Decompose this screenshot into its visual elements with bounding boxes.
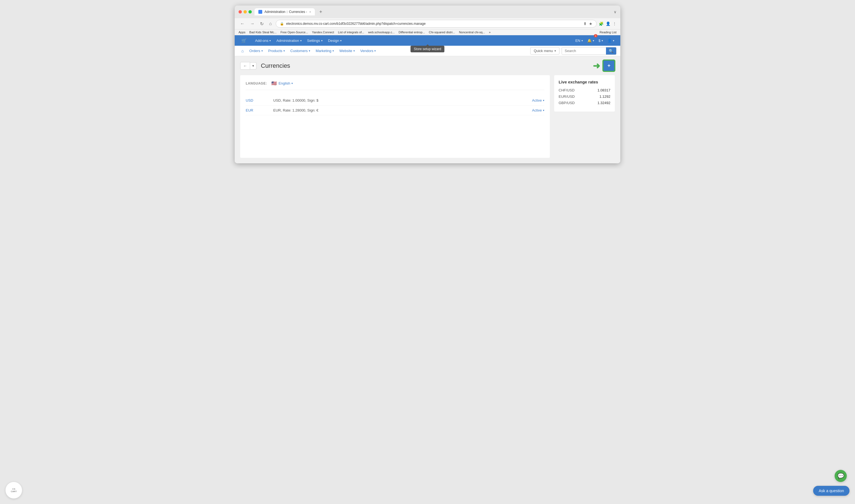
table-row: USD USD, Rate: 1.00000, Sign: $ Active ▾ [246, 95, 544, 106]
page-header: ← ▾ Currencies ➜ + [235, 56, 620, 75]
bookmark-bk7[interactable]: Chi-squared distri... [429, 31, 455, 34]
url-text: electronics.demos.mv.cs-cart.com/b1df3c0… [286, 22, 581, 25]
refresh-button[interactable]: ↻ [259, 21, 265, 27]
bookmark-bk4[interactable]: List of integrals of... [338, 31, 364, 34]
sidebar-panel: Live exchange rates CHF/USD 1.08317 EUR/… [554, 75, 615, 158]
search-icon: 🔍 [609, 49, 613, 53]
administration-menu[interactable]: Administration ▾ [273, 35, 304, 46]
address-bar[interactable]: 🔒 electronics.demos.mv.cs-cart.com/b1df3… [276, 20, 596, 28]
bookmark-more[interactable]: » [489, 31, 491, 34]
bookmark-apps[interactable]: Apps [238, 31, 246, 34]
maximize-dot[interactable] [248, 10, 252, 14]
notifications-button[interactable]: 🔔 1 ▾ [585, 35, 596, 46]
marketing-menu[interactable]: Marketing ▾ [313, 46, 337, 56]
exchange-pair: GBP/USD [558, 101, 575, 105]
home-button[interactable]: ⌂ [238, 49, 247, 53]
user-button[interactable]: 👤 ▾ [605, 35, 617, 46]
language-button[interactable]: EN ▾ [573, 35, 585, 46]
tab-favicon [259, 10, 262, 14]
addons-menu[interactable]: Add-ons ▾ [252, 35, 273, 46]
bookmark-bk3[interactable]: Yandex.Connect [312, 31, 334, 34]
tab-close-button[interactable]: × [309, 10, 311, 14]
exchange-row: GBP/USD 1.32492 [558, 101, 610, 105]
design-menu[interactable]: Design ▾ [325, 35, 344, 46]
app-container: 🛒 Store setup wizard Add-ons ▾ Administr… [235, 35, 620, 163]
search-button[interactable]: 🔍 [606, 47, 616, 55]
content-panel: LANGUAGE: 🇺🇸 English ▾ USD USD, Rate: 1.… [240, 75, 550, 158]
language-flag: 🇺🇸 [271, 81, 277, 86]
extensions-icon[interactable]: 🧩 [599, 21, 604, 26]
search-input[interactable] [562, 47, 606, 54]
bookmark-bk8[interactable]: Noncentral chi-sq... [459, 31, 485, 34]
language-dropdown-icon: ▾ [291, 82, 293, 85]
add-currency-button[interactable]: + [603, 60, 615, 71]
table-row: EUR EUR, Rate: 1.28000, Sign: € Active ▾ [246, 106, 544, 115]
page-title: Currencies [261, 62, 290, 69]
orders-menu[interactable]: Orders ▾ [247, 46, 266, 56]
store-setup-tooltip[interactable]: Store setup wizard [410, 46, 444, 52]
language-label: LANGUAGE: [246, 82, 267, 85]
currency-info: USD, Rate: 1.00000, Sign: $ [273, 98, 532, 103]
currency-status[interactable]: Active ▾ [532, 108, 544, 112]
language-row: LANGUAGE: 🇺🇸 English ▾ [246, 81, 544, 90]
exchange-row: EUR/USD 1.1292 [558, 94, 610, 98]
page-header-right: ➜ + [593, 60, 615, 71]
exchange-list: CHF/USD 1.08317 EUR/USD 1.1292 GBP/USD 1… [558, 88, 610, 105]
language-select[interactable]: English ▾ [279, 81, 293, 85]
exchange-panel: Live exchange rates CHF/USD 1.08317 EUR/… [554, 75, 615, 111]
exchange-row: CHF/USD 1.08317 [558, 88, 610, 92]
currency-name[interactable]: EUR [246, 108, 273, 112]
bookmark-bk2[interactable]: Free Open-Source... [280, 31, 308, 34]
settings-menu[interactable]: Settings ▾ [304, 35, 325, 46]
exchange-pair: CHF/USD [558, 88, 575, 92]
exchange-rate: 1.1292 [599, 94, 610, 98]
bookmarks-bar: Apps Bad Kids Steal Mc... Free Open-Sour… [235, 30, 620, 35]
browser-toolbar: ← → ↻ ⌂ 🔒 electronics.demos.mv.cs-cart.c… [235, 18, 620, 30]
back-button[interactable]: ← [240, 62, 250, 70]
back-dropdown-button[interactable]: ▾ [250, 62, 256, 69]
new-tab-button[interactable]: + [318, 9, 324, 15]
main-content: LANGUAGE: 🇺🇸 English ▾ USD USD, Rate: 1.… [235, 75, 620, 163]
settings-caret: ▾ [321, 39, 323, 42]
toolbar-icons: 🧩 👤 ⋮ [599, 21, 617, 26]
top-nav: 🛒 Store setup wizard Add-ons ▾ Administr… [235, 35, 620, 46]
back-icon: ← [243, 64, 247, 68]
cart-icon[interactable]: 🛒 [238, 38, 250, 43]
bookmark-bk6[interactable]: Differential entrop... [398, 31, 425, 34]
exchange-pair: EUR/USD [558, 94, 575, 98]
second-nav-right: Quick menu ▾ 🔍 [530, 47, 617, 55]
collapse-icon[interactable]: ∨ [614, 10, 617, 14]
minimize-dot[interactable] [244, 10, 247, 14]
customers-menu[interactable]: Customers ▾ [288, 46, 313, 56]
currency-list: USD USD, Rate: 1.00000, Sign: $ Active ▾… [246, 95, 544, 115]
exchange-rate: 1.32492 [598, 101, 610, 105]
currency-button[interactable]: $ ▾ [596, 35, 605, 46]
browser-tab[interactable]: Administration :: Currencies - × [254, 8, 315, 15]
home-button[interactable]: ⌂ [267, 21, 273, 27]
forward-button[interactable]: → [248, 21, 256, 27]
website-menu[interactable]: Website ▾ [337, 46, 358, 56]
reading-list[interactable]: Reading List [600, 31, 617, 34]
back-button[interactable]: ← [238, 21, 246, 27]
browser-dots [238, 10, 252, 14]
close-dot[interactable] [238, 10, 242, 14]
currency-name[interactable]: USD [246, 98, 273, 103]
exchange-rate: 1.08317 [598, 88, 610, 92]
bookmark-bk1[interactable]: Bad Kids Steal Mc... [249, 31, 277, 34]
browser-titlebar: Administration :: Currencies - × + ∨ [235, 5, 620, 18]
tab-title: Administration :: Currencies - [264, 10, 307, 14]
quick-menu-button[interactable]: Quick menu ▾ [530, 47, 559, 55]
notification-badge: 1 [594, 34, 598, 37]
addons-caret: ▾ [269, 39, 271, 42]
currency-status[interactable]: Active ▾ [532, 98, 544, 103]
dropdown-icon: ▾ [252, 64, 254, 68]
bookmark-bk5[interactable]: web.schoolxapp.c... [368, 31, 395, 34]
vendors-menu[interactable]: Vendors ▾ [358, 46, 379, 56]
currency-info: EUR, Rate: 1.28000, Sign: € [273, 108, 532, 112]
products-menu[interactable]: Products ▾ [266, 46, 288, 56]
profile-icon[interactable]: 👤 [606, 21, 610, 26]
search-wrap: 🔍 [562, 47, 617, 55]
more-icon[interactable]: ⋮ [612, 21, 617, 26]
top-nav-right: EN ▾ 🔔 1 ▾ $ ▾ 👤 ▾ [573, 35, 617, 46]
design-caret: ▾ [340, 39, 342, 42]
